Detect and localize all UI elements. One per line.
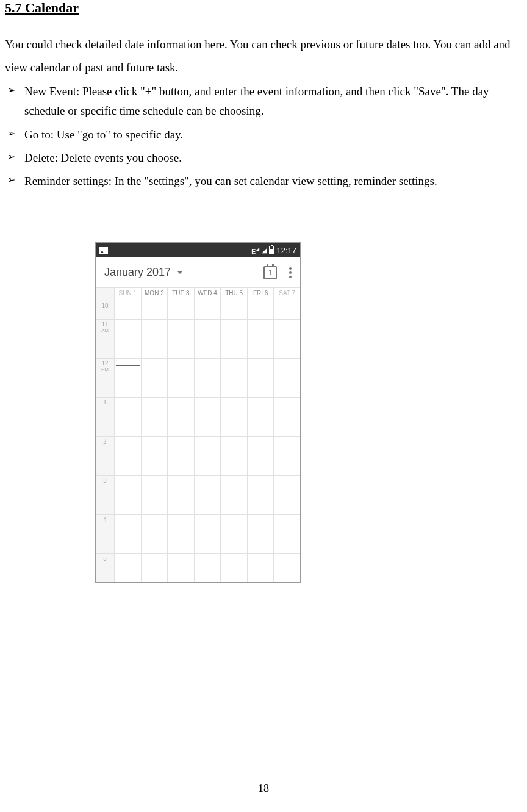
today-button[interactable]: 1 <box>264 266 277 279</box>
hour-cell[interactable] <box>220 476 247 515</box>
hour-cell[interactable] <box>220 554 247 583</box>
bullet-delete: Delete: Delete events you choose. <box>5 148 522 168</box>
hour-grid[interactable]: 1011AM12PM12345 <box>96 301 300 583</box>
hour-cell[interactable] <box>220 515 247 554</box>
hour-cell[interactable] <box>141 398 168 437</box>
hour-cell[interactable] <box>194 554 221 583</box>
day-header-cell[interactable]: TUE 3 <box>167 288 194 301</box>
hour-cell[interactable] <box>273 320 300 359</box>
month-selector[interactable]: January 2017 <box>104 266 171 279</box>
hour-cell[interactable] <box>247 554 274 583</box>
hour-row: 11AM <box>96 320 300 359</box>
hour-cell[interactable] <box>141 320 168 359</box>
hour-cell[interactable] <box>167 437 194 476</box>
hour-cell[interactable] <box>141 301 168 320</box>
status-bar: E◢ ◢ 12:17 <box>96 243 300 257</box>
hour-cell[interactable] <box>247 476 274 515</box>
hour-cell[interactable] <box>220 437 247 476</box>
hour-cell[interactable] <box>114 476 141 515</box>
notification-icon <box>99 247 108 254</box>
calendar-app-header: January 2017 1 <box>96 257 300 288</box>
hour-row: 10 <box>96 301 300 320</box>
hour-cell[interactable] <box>194 515 221 554</box>
hour-cell[interactable] <box>247 320 274 359</box>
hour-cell[interactable] <box>141 359 168 398</box>
dropdown-arrow-icon[interactable] <box>177 271 183 274</box>
hour-label: 3 <box>96 476 114 515</box>
hour-cell[interactable] <box>167 398 194 437</box>
day-header-row: SUN 1MON 2TUE 3WED 4THU 5FRI 6SAT 7 <box>96 288 300 301</box>
hour-cell[interactable] <box>141 515 168 554</box>
hour-cell[interactable] <box>167 301 194 320</box>
bullet-go-to: Go to: Use "go to" to specific day. <box>5 125 522 145</box>
hour-label: 12PM <box>96 359 114 398</box>
hour-cell[interactable] <box>114 320 141 359</box>
hour-cell[interactable] <box>220 301 247 320</box>
hour-cell[interactable] <box>220 398 247 437</box>
hour-cell[interactable] <box>194 301 221 320</box>
hour-cell[interactable] <box>114 398 141 437</box>
hour-cell[interactable] <box>114 437 141 476</box>
phone-screenshot: E◢ ◢ 12:17 January 2017 1 SUN 1MON 2TUE … <box>95 242 301 583</box>
hour-cell[interactable] <box>194 476 221 515</box>
hour-cell[interactable] <box>194 398 221 437</box>
hour-cell[interactable] <box>273 476 300 515</box>
hour-cell[interactable] <box>194 359 221 398</box>
day-header-cell[interactable]: MON 2 <box>141 288 168 301</box>
hour-cell[interactable] <box>114 515 141 554</box>
hour-cell[interactable] <box>247 398 274 437</box>
hour-cell[interactable] <box>194 437 221 476</box>
hour-cell[interactable] <box>167 554 194 583</box>
hour-row: 3 <box>96 476 300 515</box>
hour-cell[interactable] <box>141 476 168 515</box>
hour-cell[interactable] <box>273 437 300 476</box>
hour-cell[interactable] <box>247 437 274 476</box>
hour-cell[interactable] <box>114 359 141 398</box>
battery-icon <box>269 246 274 254</box>
hour-cell[interactable] <box>114 301 141 320</box>
hour-cell[interactable] <box>141 554 168 583</box>
overflow-menu-icon[interactable] <box>289 267 292 278</box>
hour-row: 5 <box>96 554 300 583</box>
hour-row: 12PM <box>96 359 300 398</box>
hour-cell[interactable] <box>167 359 194 398</box>
day-header-cell[interactable]: SAT 7 <box>273 288 300 301</box>
hour-cell[interactable] <box>273 398 300 437</box>
hour-cell[interactable] <box>247 301 274 320</box>
feature-list: New Event: Please click "+" button, and … <box>5 82 522 191</box>
hour-cell[interactable] <box>114 554 141 583</box>
signal-indicator: E◢ <box>251 246 259 255</box>
bullet-new-event: New Event: Please click "+" button, and … <box>5 82 522 121</box>
section-heading: 5.7 Calendar <box>5 0 522 16</box>
hour-label: 4 <box>96 515 114 554</box>
page-number: 18 <box>0 782 527 795</box>
hour-cell[interactable] <box>167 476 194 515</box>
status-time: 12:17 <box>276 246 296 255</box>
hour-cell[interactable] <box>167 320 194 359</box>
hour-row: 4 <box>96 515 300 554</box>
day-header-cell[interactable]: SUN 1 <box>114 288 141 301</box>
hour-cell[interactable] <box>273 301 300 320</box>
intro-paragraph: You could check detailed date informatio… <box>5 33 522 79</box>
hour-cell[interactable] <box>220 320 247 359</box>
day-header-cell[interactable]: WED 4 <box>194 288 221 301</box>
time-gutter-header <box>96 288 114 301</box>
hour-label: 2 <box>96 437 114 476</box>
hour-cell[interactable] <box>141 437 168 476</box>
hour-cell[interactable] <box>247 515 274 554</box>
hour-label: 5 <box>96 554 114 583</box>
hour-cell[interactable] <box>273 515 300 554</box>
hour-cell[interactable] <box>167 515 194 554</box>
hour-row: 2 <box>96 437 300 476</box>
hour-label: 11AM <box>96 320 114 359</box>
hour-cell[interactable] <box>247 359 274 398</box>
hour-cell[interactable] <box>194 320 221 359</box>
bullet-reminder: Reminder settings: In the "settings", yo… <box>5 171 522 191</box>
signal-bars-icon: ◢ <box>262 246 267 254</box>
day-header-cell[interactable]: THU 5 <box>220 288 247 301</box>
hour-cell[interactable] <box>273 359 300 398</box>
day-header-cell[interactable]: FRI 6 <box>247 288 274 301</box>
hour-cell[interactable] <box>220 359 247 398</box>
hour-cell[interactable] <box>273 554 300 583</box>
hour-label: 1 <box>96 398 114 437</box>
